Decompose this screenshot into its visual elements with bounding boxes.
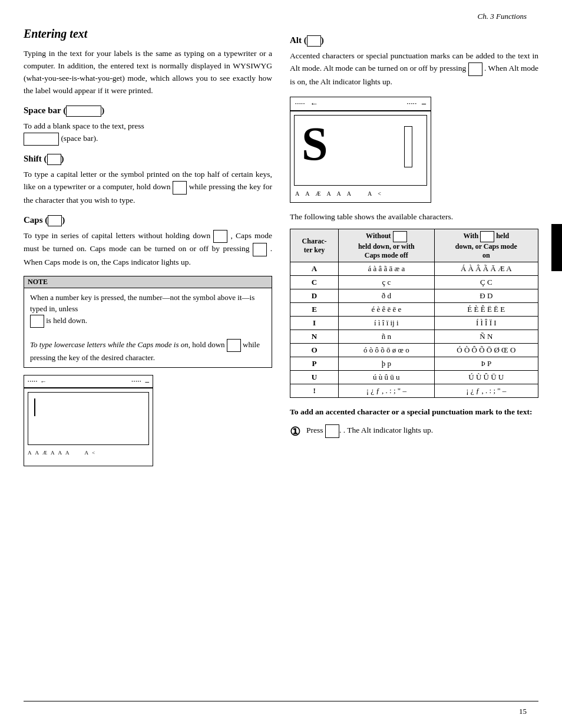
right-device-diagram: ••••• ← ••••• – S A A Æ A A A A < bbox=[290, 97, 431, 203]
table-cell-key: D bbox=[290, 289, 339, 303]
table-row: C ç c Ç C bbox=[290, 276, 538, 289]
table-cell-key: I bbox=[290, 317, 339, 330]
table-cell-with: É È Ê Ë Ē E bbox=[434, 303, 538, 317]
shift-heading: Shift ( ) bbox=[24, 154, 272, 165]
table-row: A á à â ã ā æ a Á À Â Ã Ā Æ A bbox=[290, 262, 538, 276]
caps-text: To type in series of capital letters wit… bbox=[24, 230, 272, 269]
step-1-text: Press . . The Alt indicator lights up. bbox=[306, 424, 433, 438]
caps-key-inline bbox=[48, 215, 62, 226]
spacebar-key-inline bbox=[66, 106, 101, 117]
chapter-tab bbox=[551, 224, 562, 271]
table-cell-without: é è ê ë ē e bbox=[339, 303, 434, 317]
col-header-with: With helddown, or Caps modeon bbox=[434, 229, 538, 262]
big-s-char: S bbox=[302, 120, 328, 167]
note-header: NOTE bbox=[24, 276, 272, 288]
step-1: ① Press . . The Alt indicator lights up. bbox=[290, 424, 538, 444]
shift-text: To type a capital letter or the symbol p… bbox=[24, 169, 272, 206]
table-cell-without: á à â ã ā æ a bbox=[339, 262, 434, 276]
note-text2: To type lowercase letters while the Caps… bbox=[30, 339, 266, 364]
spacebar-text: To add a blank space to the text, press … bbox=[24, 120, 272, 146]
table-cell-key: E bbox=[290, 303, 339, 317]
table-cell-without: ¡ ¿ ƒ , . : ; " – bbox=[339, 384, 434, 398]
table-body: A á à â ã ā æ a Á À Â Ã Ā Æ A C ç c Ç C … bbox=[290, 262, 538, 398]
rcd-bottom-indicators: A A Æ A A A A < bbox=[290, 189, 431, 198]
rcd-minus: – bbox=[422, 99, 426, 108]
table-cell-with: Ñ N bbox=[434, 330, 538, 344]
rcd-top-bar: ••••• ← ••••• – bbox=[290, 97, 431, 111]
rcd-cursor bbox=[404, 126, 412, 167]
rcd-dots-right: ••••• bbox=[407, 101, 417, 106]
table-row: P þ p Þ P bbox=[290, 357, 538, 371]
character-table: Charac-ter key Without held down, or wit… bbox=[290, 229, 538, 398]
device-dots-right: ••••• bbox=[131, 379, 141, 384]
footer-line bbox=[24, 701, 538, 701]
left-arrow-icon: ← bbox=[40, 378, 47, 385]
table-cell-key: P bbox=[290, 357, 339, 371]
alt-key-inline bbox=[307, 35, 321, 47]
table-cell-without: ó ò ô õ ō ø œ o bbox=[339, 344, 434, 357]
page-header: Ch. 3 Functions bbox=[0, 12, 562, 21]
table-cell-without: ð d bbox=[339, 289, 434, 303]
table-row: D ð d Ð D bbox=[290, 289, 538, 303]
table-cell-key: C bbox=[290, 276, 339, 289]
col-header-key: Charac-ter key bbox=[290, 229, 339, 262]
rcd-dots-left: ••••• bbox=[295, 101, 305, 106]
alt-text: Accented characters or special punctuati… bbox=[290, 50, 538, 88]
table-cell-with: Ú Ù Û Ū U bbox=[434, 371, 538, 384]
caps-key1 bbox=[213, 230, 227, 243]
table-cell-without: þ p bbox=[339, 357, 434, 371]
device-minus: – bbox=[146, 377, 150, 386]
page: Ch. 3 Functions Entering text Typing in … bbox=[0, 0, 562, 728]
note-key2 bbox=[227, 339, 241, 352]
table-cell-without: í ì î ï ij i bbox=[339, 317, 434, 330]
left-device-diagram: ••••• ← ••••• – A A Æ A A A A < bbox=[24, 375, 153, 466]
chapter-label: Ch. 3 Functions bbox=[478, 12, 527, 21]
spacebar-key bbox=[24, 133, 59, 146]
col-header-without: Without held down, or withCaps mode off bbox=[339, 229, 434, 262]
table-row: U ú ù û ū u Ú Ù Û Ū U bbox=[290, 371, 538, 384]
shift-key-inline bbox=[47, 154, 61, 165]
table-row: I í ì î ï ij i Í Ì Î Ï I bbox=[290, 317, 538, 330]
note-box: NOTE When a number key is pressed, the n… bbox=[24, 276, 272, 368]
table-cell-without: ú ù û ū u bbox=[339, 371, 434, 384]
table-cell-key: U bbox=[290, 371, 339, 384]
device-bottom-left: A A Æ A A A A < bbox=[24, 449, 153, 457]
table-cell-with: Á À Â Ã Ā Æ A bbox=[434, 262, 538, 276]
spacebar-heading: Space bar ( ) bbox=[24, 106, 272, 117]
right-column: Alt ( ) Accented characters or special p… bbox=[290, 27, 538, 473]
shift-key bbox=[173, 181, 187, 195]
caps-heading: Caps ( ) bbox=[24, 215, 272, 226]
alt-heading: Alt ( ) bbox=[290, 35, 538, 47]
device-top-bar-left: ••••• ← ••••• – bbox=[24, 375, 153, 388]
note-content: When a number key is pressed, the number… bbox=[24, 288, 272, 367]
table-cell-with: Ç C bbox=[434, 276, 538, 289]
table-row: N ñ n Ñ N bbox=[290, 330, 538, 344]
add-accent-heading: To add an accented character or a specia… bbox=[290, 406, 538, 419]
alt-step-key bbox=[325, 424, 339, 438]
page-number: 15 bbox=[519, 707, 527, 716]
table-intro: The following table shows the available … bbox=[290, 211, 538, 223]
table-row: E é è ê ë ē e É È Ê Ë Ē E bbox=[290, 303, 538, 317]
left-column: Entering text Typing in the text for you… bbox=[24, 27, 272, 473]
table-cell-key: ! bbox=[290, 384, 339, 398]
table-header-row: Charac-ter key Without held down, or wit… bbox=[290, 229, 538, 262]
step-num-1: ① bbox=[290, 424, 302, 439]
device-dots-left: ••••• bbox=[28, 379, 38, 384]
section-title: Entering text bbox=[24, 27, 272, 41]
rcd-screen: S bbox=[294, 115, 427, 186]
device-screen-left bbox=[28, 392, 149, 445]
table-cell-with: Ð D bbox=[434, 289, 538, 303]
table-cell-key: N bbox=[290, 330, 339, 344]
table-cell-key: O bbox=[290, 344, 339, 357]
page-footer: 15 bbox=[0, 707, 562, 716]
cursor-left bbox=[34, 398, 35, 416]
note-key1 bbox=[30, 315, 44, 328]
table-cell-without: ñ n bbox=[339, 330, 434, 344]
rcd-arrow-icon: ← bbox=[310, 99, 318, 108]
caps-key2 bbox=[253, 243, 267, 256]
intro-paragraph: Typing in the text for your labels is th… bbox=[24, 48, 272, 97]
table-cell-with: Í Ì Î Ï I bbox=[434, 317, 538, 330]
table-row: ! ¡ ¿ ƒ , . : ; " – ¡ ¿ ƒ , . : ; " – bbox=[290, 384, 538, 398]
table-cell-key: A bbox=[290, 262, 339, 276]
table-cell-with: Þ P bbox=[434, 357, 538, 371]
